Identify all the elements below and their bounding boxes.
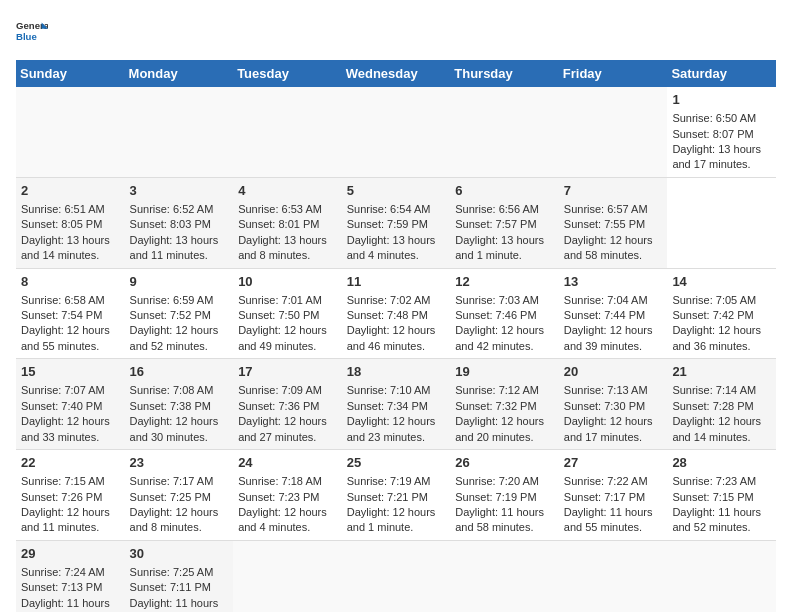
day-number: 30 — [130, 545, 229, 563]
calendar-cell: 4Sunrise: 6:53 AMSunset: 8:01 PMDaylight… — [233, 177, 342, 268]
daylight-text: Daylight: 12 hours and 20 minutes. — [455, 415, 544, 442]
sunset-text: Sunset: 7:54 PM — [21, 309, 102, 321]
daylight-text: Daylight: 12 hours and 49 minutes. — [238, 324, 327, 351]
day-number: 9 — [130, 273, 229, 291]
day-number: 29 — [21, 545, 120, 563]
logo: GeneralBlue — [16, 16, 48, 48]
calendar-cell: 1Sunrise: 6:50 AMSunset: 8:07 PMDaylight… — [667, 87, 776, 177]
calendar-cell: 8Sunrise: 6:58 AMSunset: 7:54 PMDaylight… — [16, 268, 125, 359]
calendar-cell: 13Sunrise: 7:04 AMSunset: 7:44 PMDayligh… — [559, 268, 668, 359]
week-row-2: 2Sunrise: 6:51 AMSunset: 8:05 PMDaylight… — [16, 177, 776, 268]
calendar-cell: 30Sunrise: 7:25 AMSunset: 7:11 PMDayligh… — [125, 540, 234, 612]
day-number: 18 — [347, 363, 446, 381]
sunset-text: Sunset: 7:25 PM — [130, 491, 211, 503]
col-header-friday: Friday — [559, 60, 668, 87]
daylight-text: Daylight: 13 hours and 8 minutes. — [238, 234, 327, 261]
day-number: 15 — [21, 363, 120, 381]
sunset-text: Sunset: 7:34 PM — [347, 400, 428, 412]
calendar-cell: 18Sunrise: 7:10 AMSunset: 7:34 PMDayligh… — [342, 359, 451, 450]
calendar-cell: 22Sunrise: 7:15 AMSunset: 7:26 PMDayligh… — [16, 450, 125, 541]
daylight-text: Daylight: 12 hours and 58 minutes. — [564, 234, 653, 261]
sunrise-text: Sunrise: 7:05 AM — [672, 294, 756, 306]
day-number: 19 — [455, 363, 554, 381]
calendar-cell — [450, 87, 559, 177]
daylight-text: Daylight: 12 hours and 27 minutes. — [238, 415, 327, 442]
day-number: 16 — [130, 363, 229, 381]
sunrise-text: Sunrise: 7:13 AM — [564, 384, 648, 396]
calendar-cell: 12Sunrise: 7:03 AMSunset: 7:46 PMDayligh… — [450, 268, 559, 359]
page-header: GeneralBlue — [16, 16, 776, 48]
daylight-text: Daylight: 12 hours and 17 minutes. — [564, 415, 653, 442]
daylight-text: Daylight: 11 hours and 45 minutes. — [130, 597, 219, 612]
day-number: 20 — [564, 363, 663, 381]
sunset-text: Sunset: 7:55 PM — [564, 218, 645, 230]
daylight-text: Daylight: 13 hours and 4 minutes. — [347, 234, 436, 261]
sunrise-text: Sunrise: 7:04 AM — [564, 294, 648, 306]
sunset-text: Sunset: 7:46 PM — [455, 309, 536, 321]
calendar-cell: 9Sunrise: 6:59 AMSunset: 7:52 PMDaylight… — [125, 268, 234, 359]
sunrise-text: Sunrise: 6:58 AM — [21, 294, 105, 306]
week-row-3: 8Sunrise: 6:58 AMSunset: 7:54 PMDaylight… — [16, 268, 776, 359]
sunset-text: Sunset: 7:32 PM — [455, 400, 536, 412]
sunrise-text: Sunrise: 7:23 AM — [672, 475, 756, 487]
sunset-text: Sunset: 7:13 PM — [21, 581, 102, 593]
daylight-text: Daylight: 12 hours and 39 minutes. — [564, 324, 653, 351]
calendar-cell: 11Sunrise: 7:02 AMSunset: 7:48 PMDayligh… — [342, 268, 451, 359]
sunset-text: Sunset: 7:52 PM — [130, 309, 211, 321]
week-row-6: 29Sunrise: 7:24 AMSunset: 7:13 PMDayligh… — [16, 540, 776, 612]
daylight-text: Daylight: 12 hours and 55 minutes. — [21, 324, 110, 351]
daylight-text: Daylight: 12 hours and 36 minutes. — [672, 324, 761, 351]
calendar-table: SundayMondayTuesdayWednesdayThursdayFrid… — [16, 60, 776, 612]
sunrise-text: Sunrise: 7:12 AM — [455, 384, 539, 396]
day-number: 7 — [564, 182, 663, 200]
calendar-cell — [559, 87, 668, 177]
day-number: 27 — [564, 454, 663, 472]
calendar-cell — [667, 540, 776, 612]
daylight-text: Daylight: 12 hours and 8 minutes. — [130, 506, 219, 533]
daylight-text: Daylight: 13 hours and 17 minutes. — [672, 143, 761, 170]
day-number: 25 — [347, 454, 446, 472]
sunrise-text: Sunrise: 6:57 AM — [564, 203, 648, 215]
calendar-cell: 21Sunrise: 7:14 AMSunset: 7:28 PMDayligh… — [667, 359, 776, 450]
sunrise-text: Sunrise: 6:54 AM — [347, 203, 431, 215]
sunrise-text: Sunrise: 6:50 AM — [672, 112, 756, 124]
day-number: 28 — [672, 454, 771, 472]
daylight-text: Daylight: 12 hours and 23 minutes. — [347, 415, 436, 442]
sunrise-text: Sunrise: 7:14 AM — [672, 384, 756, 396]
daylight-text: Daylight: 12 hours and 11 minutes. — [21, 506, 110, 533]
day-number: 5 — [347, 182, 446, 200]
calendar-cell — [342, 87, 451, 177]
day-number: 23 — [130, 454, 229, 472]
sunset-text: Sunset: 7:44 PM — [564, 309, 645, 321]
daylight-text: Daylight: 11 hours and 58 minutes. — [455, 506, 544, 533]
week-row-5: 22Sunrise: 7:15 AMSunset: 7:26 PMDayligh… — [16, 450, 776, 541]
daylight-text: Daylight: 12 hours and 4 minutes. — [238, 506, 327, 533]
day-number: 11 — [347, 273, 446, 291]
day-number: 2 — [21, 182, 120, 200]
calendar-cell: 26Sunrise: 7:20 AMSunset: 7:19 PMDayligh… — [450, 450, 559, 541]
daylight-text: Daylight: 12 hours and 14 minutes. — [672, 415, 761, 442]
sunset-text: Sunset: 7:28 PM — [672, 400, 753, 412]
calendar-cell: 17Sunrise: 7:09 AMSunset: 7:36 PMDayligh… — [233, 359, 342, 450]
calendar-cell: 23Sunrise: 7:17 AMSunset: 7:25 PMDayligh… — [125, 450, 234, 541]
week-row-4: 15Sunrise: 7:07 AMSunset: 7:40 PMDayligh… — [16, 359, 776, 450]
logo-icon: GeneralBlue — [16, 16, 48, 48]
day-number: 22 — [21, 454, 120, 472]
col-header-thursday: Thursday — [450, 60, 559, 87]
sunrise-text: Sunrise: 7:20 AM — [455, 475, 539, 487]
calendar-cell: 3Sunrise: 6:52 AMSunset: 8:03 PMDaylight… — [125, 177, 234, 268]
calendar-cell: 20Sunrise: 7:13 AMSunset: 7:30 PMDayligh… — [559, 359, 668, 450]
day-number: 26 — [455, 454, 554, 472]
calendar-cell — [125, 87, 234, 177]
calendar-cell: 24Sunrise: 7:18 AMSunset: 7:23 PMDayligh… — [233, 450, 342, 541]
sunrise-text: Sunrise: 7:03 AM — [455, 294, 539, 306]
daylight-text: Daylight: 12 hours and 33 minutes. — [21, 415, 110, 442]
day-number: 8 — [21, 273, 120, 291]
sunset-text: Sunset: 8:03 PM — [130, 218, 211, 230]
sunset-text: Sunset: 7:19 PM — [455, 491, 536, 503]
sunset-text: Sunset: 7:42 PM — [672, 309, 753, 321]
sunset-text: Sunset: 7:30 PM — [564, 400, 645, 412]
daylight-text: Daylight: 11 hours and 48 minutes. — [21, 597, 110, 612]
sunrise-text: Sunrise: 7:09 AM — [238, 384, 322, 396]
sunrise-text: Sunrise: 7:19 AM — [347, 475, 431, 487]
